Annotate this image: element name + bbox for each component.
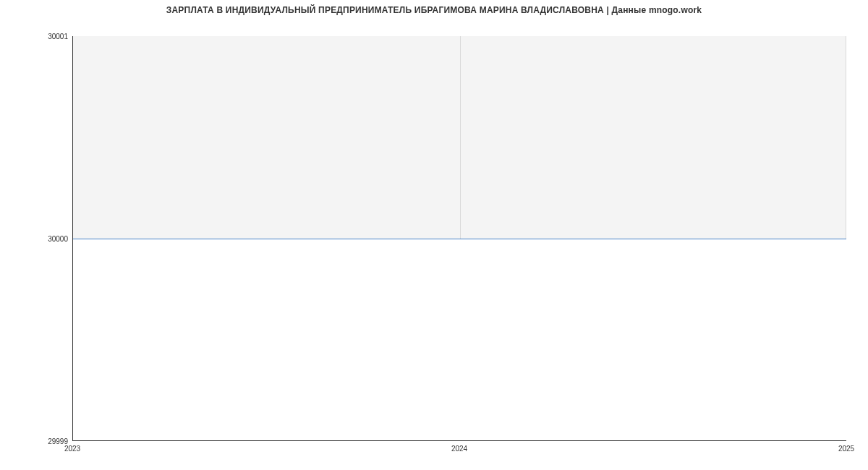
x-tick-label: 2025 — [838, 445, 854, 453]
x-tick-label: 2023 — [64, 445, 80, 453]
plot-area — [72, 36, 846, 441]
y-tick-label: 30000 — [48, 235, 68, 243]
x-tick-label: 2024 — [451, 445, 467, 453]
data-line — [73, 239, 846, 239]
plot-bg-lower — [73, 239, 846, 441]
salary-chart: ЗАРПЛАТА В ИНДИВИДУАЛЬНЫЙ ПРЕДПРИНИМАТЕЛ… — [0, 0, 868, 470]
y-tick-label: 30001 — [48, 33, 68, 40]
chart-title: ЗАРПЛАТА В ИНДИВИДУАЛЬНЫЙ ПРЕДПРИНИМАТЕЛ… — [0, 5, 868, 15]
y-tick-label: 29999 — [48, 437, 68, 445]
